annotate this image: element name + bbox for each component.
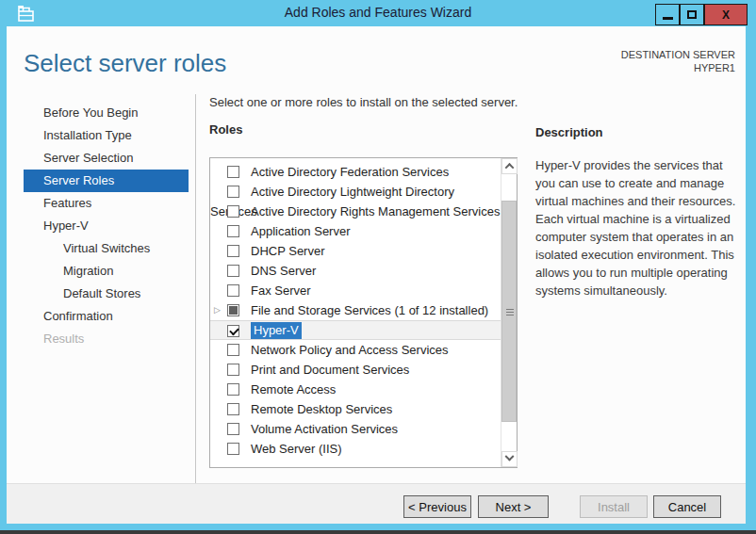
role-row-active-directory-federation-services[interactable]: Active Directory Federation Services — [210, 162, 501, 182]
role-row-active-directory-lightweight-directory-services[interactable]: Active Directory Lightweight Directory S… — [210, 182, 501, 202]
chevron-down-icon — [505, 452, 515, 461]
roles-rows: Active Directory Federation ServicesActi… — [210, 162, 501, 459]
maximize-button[interactable] — [680, 4, 704, 25]
checkbox-unchecked[interactable] — [227, 423, 239, 435]
wizard-step-sidebar: Before You BeginInstallation TypeServer … — [7, 102, 195, 350]
checkbox-unchecked[interactable] — [227, 245, 239, 257]
sidebar-item-virtual-switches[interactable]: Virtual Switches — [7, 237, 195, 260]
role-row-dhcp-server[interactable]: DHCP Server — [210, 241, 501, 261]
maximize-icon — [687, 10, 697, 19]
previous-button[interactable]: < Previous — [403, 495, 471, 518]
sidebar-item-server-roles[interactable]: Server Roles — [24, 170, 189, 192]
sidebar-item-installation-type[interactable]: Installation Type — [7, 124, 195, 147]
role-row-hyper-v[interactable]: Hyper-V — [210, 320, 501, 340]
install-button: Install — [580, 495, 648, 518]
vertical-scrollbar[interactable] — [501, 158, 517, 467]
roles-list-label: Roles — [209, 122, 242, 137]
scrollbar-grip-icon — [506, 309, 514, 316]
scrollbar-thumb[interactable] — [501, 201, 517, 422]
role-label: Print and Document Services — [251, 363, 409, 377]
role-label: Active Directory Federation Services — [251, 165, 449, 179]
wizard-content: Select server roles DESTINATION SERVER H… — [7, 26, 746, 483]
checkbox-checked[interactable] — [227, 325, 239, 337]
close-icon: X — [722, 8, 730, 22]
description-heading: Description — [535, 125, 739, 139]
role-row-dns-server[interactable]: DNS Server — [210, 261, 501, 281]
role-label: Application Server — [251, 224, 351, 238]
checkbox-unchecked[interactable] — [227, 364, 239, 376]
roles-listbox: Active Directory Federation ServicesActi… — [209, 157, 518, 468]
role-row-print-and-document-services[interactable]: Print and Document Services — [210, 360, 501, 380]
role-label: Active Directory Rights Management Servi… — [251, 204, 500, 218]
role-label: DHCP Server — [251, 244, 325, 258]
sidebar-item-server-selection[interactable]: Server Selection — [7, 147, 195, 170]
sidebar-item-results: Results — [7, 328, 195, 350]
destination-server-label: DESTINATION SERVER — [621, 48, 735, 61]
description-text: Hyper-V provides the services that you c… — [535, 156, 739, 299]
minimize-button[interactable] — [655, 4, 680, 25]
destination-server-name: HYPER1 — [621, 61, 735, 74]
destination-server-block: DESTINATION SERVER HYPER1 — [621, 48, 735, 74]
scroll-down-button[interactable] — [501, 451, 518, 467]
wizard-window: Add Roles and Features Wizard X Select s… — [0, 0, 756, 534]
role-row-remote-desktop-services[interactable]: Remote Desktop Services — [210, 399, 501, 419]
checkbox-partial[interactable] — [227, 304, 239, 316]
role-label: DNS Server — [251, 264, 316, 278]
minimize-icon — [663, 17, 673, 20]
role-row-remote-access[interactable]: Remote Access — [210, 380, 501, 399]
role-row-active-directory-rights-management-services[interactable]: Active Directory Rights Management Servi… — [210, 202, 501, 221]
role-label: Fax Server — [251, 283, 311, 298]
role-label: Remote Desktop Services — [251, 402, 392, 416]
role-row-file-and-storage-services[interactable]: ▷File and Storage Services (1 of 12 inst… — [210, 300, 501, 320]
checkbox-unchecked[interactable] — [227, 265, 239, 277]
chevron-up-icon — [505, 163, 515, 172]
sidebar-divider — [195, 94, 196, 483]
role-label: File and Storage Services (1 of 12 insta… — [251, 303, 488, 317]
close-button[interactable]: X — [704, 4, 748, 25]
sidebar-item-before-you-begin[interactable]: Before You Begin — [7, 102, 195, 124]
role-label: Remote Access — [251, 382, 336, 396]
cancel-button[interactable]: Cancel — [653, 495, 721, 518]
scroll-up-button[interactable] — [501, 158, 518, 174]
role-row-application-server[interactable]: Application Server — [210, 221, 501, 241]
checkbox-unchecked[interactable] — [227, 344, 239, 356]
checkbox-unchecked[interactable] — [227, 443, 239, 455]
checkbox-unchecked[interactable] — [227, 225, 239, 237]
role-label: Volume Activation Services — [251, 422, 398, 436]
instruction-text: Select one or more roles to install on t… — [209, 95, 518, 109]
role-row-volume-activation-services[interactable]: Volume Activation Services — [210, 419, 501, 439]
role-label: Web Server (IIS) — [251, 442, 342, 456]
sidebar-item-default-stores[interactable]: Default Stores — [7, 283, 195, 305]
next-button[interactable]: Next > — [478, 495, 549, 518]
checkbox-unchecked[interactable] — [227, 205, 239, 218]
expand-arrow-icon[interactable]: ▷ — [214, 300, 221, 320]
checkbox-unchecked[interactable] — [227, 166, 239, 178]
role-row-fax-server[interactable]: Fax Server — [210, 281, 501, 300]
footer-bar: < Previous Next > Install Cancel — [7, 483, 746, 524]
role-row-web-server[interactable]: Web Server (IIS) — [210, 439, 501, 459]
window-bottom-edge — [0, 530, 756, 534]
checkbox-unchecked[interactable] — [227, 383, 239, 396]
role-label: Hyper-V — [251, 322, 302, 339]
checkbox-unchecked[interactable] — [227, 403, 239, 415]
checkbox-unchecked[interactable] — [227, 186, 239, 198]
role-row-network-policy-and-access-services[interactable]: Network Policy and Access Services — [210, 340, 501, 360]
sidebar-item-features[interactable]: Features — [7, 192, 195, 215]
sidebar-item-migration[interactable]: Migration — [7, 260, 195, 283]
description-panel: Description Hyper-V provides the service… — [535, 125, 739, 299]
sidebar-item-confirmation[interactable]: Confirmation — [7, 305, 195, 328]
role-label: Network Policy and Access Services — [251, 343, 449, 357]
title-bar: Add Roles and Features Wizard X — [0, 0, 756, 26]
window-title: Add Roles and Features Wizard — [0, 5, 756, 20]
sidebar-item-hyper-v[interactable]: Hyper-V — [7, 215, 195, 237]
page-title: Select server roles — [24, 49, 226, 78]
checkbox-unchecked[interactable] — [227, 284, 239, 297]
